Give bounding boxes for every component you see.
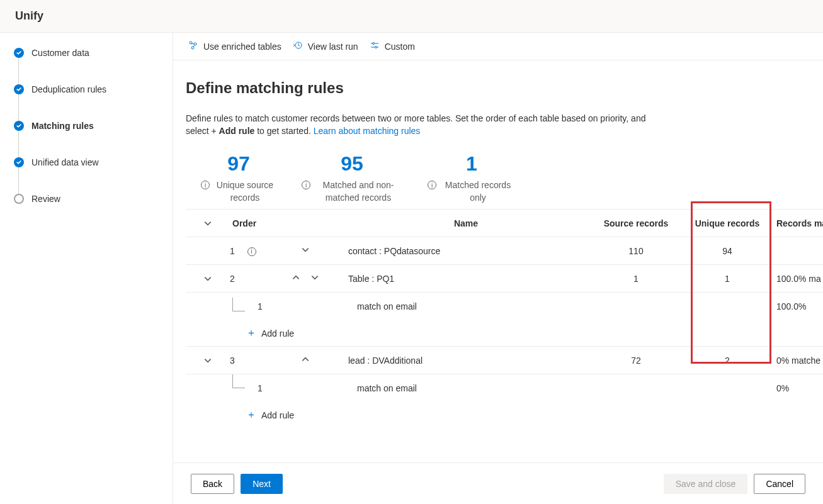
cmd-view-last-run[interactable]: View last run (293, 40, 358, 52)
content-inner: Define matching rules Define rules to ma… (186, 79, 823, 428)
subrow-match: 100.0% (771, 301, 823, 311)
stat-unique-source: 97 iUnique source records (201, 152, 276, 204)
info-icon[interactable]: i (201, 181, 210, 189)
table-row[interactable]: 2 Table : PQ1 1 1 100.0% ma (186, 265, 823, 293)
col-source-records[interactable]: Source records (589, 218, 683, 228)
next-button[interactable]: Next (241, 474, 283, 494)
chevron-up-icon[interactable] (292, 273, 300, 284)
stat-value: 1 (428, 152, 516, 176)
row-source: 110 (589, 246, 683, 256)
row-source: 1 (589, 274, 683, 284)
step-review[interactable]: Review (14, 194, 173, 204)
step-label: Customer data (31, 48, 89, 58)
subrow-name: match on email (343, 301, 589, 311)
info-icon[interactable]: i (302, 181, 310, 189)
stat-label: Matched and non-matched records (314, 179, 402, 204)
table-subrow[interactable]: 1 match on email 100.0% (186, 293, 823, 320)
top-bar: Unify (0, 0, 823, 33)
plus-icon: ＋ (246, 327, 256, 340)
content-scroll[interactable]: Define matching rules Define rules to ma… (173, 60, 823, 462)
rules-grid: Order Name Source records Unique records… (186, 209, 823, 428)
step-label: Unified data view (31, 157, 99, 167)
row-unique: 2 (683, 356, 771, 366)
svg-point-8 (372, 43, 374, 45)
tree-connector-icon (232, 298, 245, 311)
command-bar: Use enriched tables View last run Custom (173, 33, 823, 60)
save-and-close-button: Save and close (664, 474, 748, 494)
cmd-label: View last run (308, 42, 358, 52)
sliders-icon (370, 40, 380, 52)
row-name: Table : PQ1 (343, 274, 589, 284)
layout: Customer data Deduplication rules Matchi… (0, 33, 823, 504)
stat-matched-nonmatched: 95 iMatched and non-matched records (302, 152, 402, 204)
stat-matched-only: 1 iMatched records only (428, 152, 516, 204)
step-customer-data[interactable]: Customer data (14, 48, 173, 58)
checkmark-icon (14, 84, 24, 94)
footer-bar: Back Next Save and close Cancel (173, 462, 823, 504)
stats-row: 97 iUnique source records 95 iMatched an… (186, 152, 823, 204)
page-heading: Define matching rules (186, 79, 823, 97)
info-icon[interactable]: i (428, 181, 436, 189)
back-button[interactable]: Back (191, 474, 234, 494)
order-value: 1 (230, 246, 235, 256)
order-value: 2 (230, 274, 235, 284)
checkmark-icon (14, 157, 24, 167)
step-label: Matching rules (31, 121, 94, 131)
col-name[interactable]: Name (343, 218, 589, 228)
stepper: Customer data Deduplication rules Matchi… (14, 48, 173, 204)
chevron-down-icon[interactable] (310, 273, 319, 284)
app-title: Unify (15, 9, 43, 23)
table-row[interactable]: 1 i contact : PQdatasource 110 94 (186, 237, 823, 265)
cancel-button[interactable]: Cancel (754, 474, 805, 494)
step-deduplication[interactable]: Deduplication rules (14, 84, 173, 94)
order-value: 3 (230, 356, 235, 366)
tree-connector-icon (232, 374, 245, 388)
main-panel: Use enriched tables View last run Custom… (173, 33, 823, 504)
cmd-label: Use enriched tables (203, 42, 281, 52)
add-rule-label: Add rule (261, 410, 294, 420)
table-row[interactable]: 3 lead : DVAdditional 72 2 0% matche (186, 347, 823, 374)
plus-icon: ＋ (246, 408, 256, 422)
stat-label: Unique source records (213, 179, 276, 204)
row-name: contact : PQdatasource (343, 246, 589, 256)
col-unique-records[interactable]: Unique records (683, 218, 771, 228)
circle-icon (14, 194, 24, 204)
checkmark-icon (14, 48, 24, 58)
svg-point-1 (194, 43, 196, 45)
row-unique: 1 (683, 274, 771, 284)
step-unified-data-view[interactable]: Unified data view (14, 157, 173, 167)
svg-line-4 (193, 45, 195, 47)
svg-point-2 (191, 47, 194, 49)
step-matching[interactable]: Matching rules (14, 121, 173, 131)
col-records-matched[interactable]: Records ma (771, 218, 823, 228)
chevron-up-icon[interactable] (301, 355, 310, 366)
info-icon[interactable]: i (247, 247, 256, 256)
stat-value: 95 (302, 152, 402, 176)
expand-row-chevron[interactable] (186, 274, 230, 283)
wizard-sidebar: Customer data Deduplication rules Matchi… (0, 33, 173, 504)
subrow-order: 1 (258, 383, 263, 393)
add-rule-button[interactable]: ＋ Add rule (186, 402, 823, 428)
history-icon (293, 40, 303, 52)
subrow-order: 1 (258, 301, 263, 311)
col-order[interactable]: Order (230, 218, 268, 228)
subrow-match: 0% (771, 383, 823, 393)
step-label: Deduplication rules (31, 84, 106, 94)
learn-matching-rules-link[interactable]: Learn about matching rules (314, 126, 421, 136)
collapse-all-chevron[interactable] (186, 219, 230, 228)
add-rule-button[interactable]: ＋ Add rule (186, 320, 823, 347)
row-source: 72 (589, 356, 683, 366)
expand-row-chevron[interactable] (186, 356, 230, 365)
table-subrow[interactable]: 1 match on email 0% (186, 374, 823, 402)
row-match: 0% matche (771, 356, 823, 366)
svg-point-9 (375, 47, 377, 48)
sparkle-icon (188, 40, 198, 52)
cmd-custom[interactable]: Custom (370, 40, 415, 52)
stat-label: Matched records only (440, 179, 516, 204)
cmd-use-enriched-tables[interactable]: Use enriched tables (188, 40, 281, 52)
page-description: Define rules to match customer records b… (186, 112, 664, 137)
row-unique: 94 (683, 246, 771, 256)
step-label: Review (31, 194, 60, 204)
chevron-down-icon[interactable] (301, 245, 310, 256)
grid-header-row: Order Name Source records Unique records… (186, 210, 823, 237)
